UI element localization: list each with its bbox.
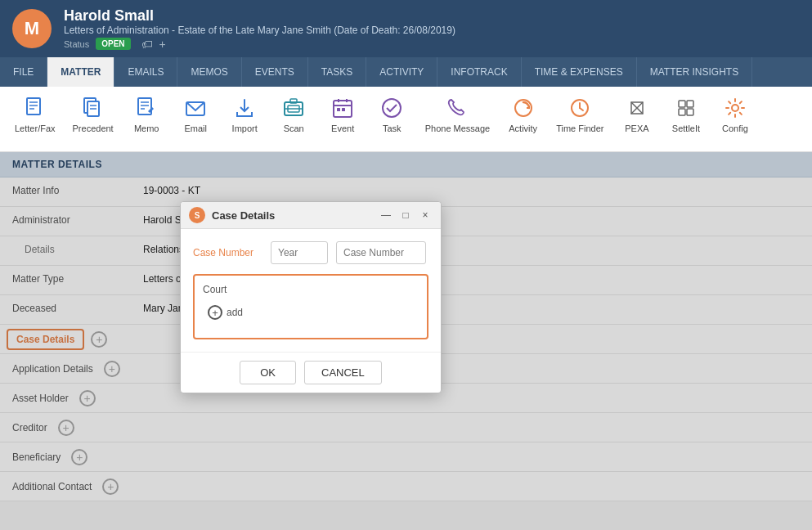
- modal-titlebar: S Case Details — □ ×: [181, 202, 441, 229]
- scan-icon: [280, 95, 307, 121]
- tab-emails[interactable]: EMAILS: [114, 57, 177, 87]
- toolbar-time-finder-label: Time Finder: [556, 124, 603, 134]
- case-number-section: Case Number: [193, 241, 428, 264]
- content-area: MATTER DETAILS Matter Info 19-0003 - KT …: [0, 152, 812, 530]
- letter-fax-icon: [22, 95, 48, 121]
- toolbar-letter-fax-label: Letter/Fax: [15, 124, 56, 133]
- tab-file[interactable]: FILE: [0, 57, 47, 87]
- pexa-icon: [624, 95, 650, 121]
- svg-rect-16: [290, 99, 297, 103]
- tab-matter[interactable]: MATTER: [47, 57, 114, 87]
- toolbar-activity-label: Activity: [509, 124, 537, 133]
- toolbar-pexa-label: PEXA: [625, 124, 648, 133]
- tab-tasks[interactable]: TASKS: [308, 57, 366, 87]
- toolbar-scan[interactable]: Scan: [271, 91, 316, 137]
- svg-rect-32: [679, 109, 685, 115]
- toolbar-activity[interactable]: Activity: [500, 91, 545, 137]
- import-icon: [231, 95, 258, 121]
- cancel-button[interactable]: CANCEL: [304, 361, 382, 384]
- toolbar-memo-label: Memo: [134, 124, 159, 133]
- toolbar-email[interactable]: Email: [173, 91, 218, 137]
- court-add-label: add: [227, 307, 243, 318]
- case-number-input[interactable]: [336, 241, 426, 264]
- modal-maximize-button[interactable]: □: [398, 208, 413, 222]
- email-icon: [182, 95, 209, 121]
- event-icon: [330, 95, 356, 121]
- svg-rect-31: [687, 101, 693, 107]
- toolbar: Letter/Fax Precedent Memo Email Import S…: [0, 87, 812, 152]
- toolbar-settleit[interactable]: SettleIt: [663, 91, 708, 137]
- court-add-button[interactable]: + add: [203, 302, 419, 323]
- svg-point-23: [383, 99, 401, 117]
- toolbar-phone-message-label: Phone Message: [425, 124, 491, 134]
- toolbar-event-label: Event: [331, 124, 354, 133]
- svg-rect-0: [27, 98, 40, 115]
- status-label: Status: [64, 39, 89, 49]
- memo-icon: [133, 95, 159, 121]
- svg-point-34: [732, 105, 738, 111]
- toolbar-phone-message[interactable]: Phone Message: [419, 91, 497, 138]
- solv-logo-icon: S: [189, 207, 205, 223]
- tab-activity[interactable]: ACTIVITY: [366, 57, 437, 87]
- toolbar-import-label: Import: [232, 124, 258, 133]
- svg-rect-21: [337, 108, 340, 111]
- toolbar-config[interactable]: Config: [712, 91, 757, 137]
- toolbar-scan-label: Scan: [284, 124, 304, 133]
- toolbar-import[interactable]: Import: [222, 91, 267, 137]
- header-icons: 🏷 +: [141, 38, 166, 51]
- toolbar-event[interactable]: Event: [321, 91, 366, 137]
- precedent-icon: [80, 95, 106, 121]
- year-input[interactable]: [271, 241, 328, 264]
- time-finder-icon: [567, 95, 593, 121]
- activity-icon: [510, 95, 536, 121]
- add-icon[interactable]: +: [159, 38, 166, 51]
- tab-infotrack[interactable]: INFOTRACK: [437, 57, 521, 87]
- status-bar: Status OPEN 🏷 +: [64, 38, 455, 51]
- tab-events[interactable]: EVENTS: [242, 57, 308, 87]
- modal-footer: OK CANCEL: [181, 352, 441, 393]
- svg-rect-30: [679, 101, 685, 107]
- ok-button[interactable]: OK: [240, 361, 296, 384]
- toolbar-settleit-label: SettleIt: [672, 124, 700, 133]
- tab-memos[interactable]: MEMOS: [177, 57, 241, 87]
- toolbar-email-label: Email: [184, 124, 207, 133]
- phone-message-icon: [444, 95, 470, 121]
- tab-matter-insights[interactable]: MATTER INSIGHTS: [637, 57, 752, 87]
- header-text: Harold Small Letters of Administration -…: [64, 7, 455, 51]
- modal-minimize-button[interactable]: —: [379, 208, 393, 222]
- svg-rect-22: [342, 108, 345, 111]
- court-section: Court + add: [193, 274, 428, 339]
- modal-controls: — □ ×: [379, 208, 433, 222]
- toolbar-config-label: Config: [722, 124, 748, 133]
- toolbar-task[interactable]: Task: [370, 91, 415, 137]
- toolbar-task-label: Task: [383, 124, 402, 133]
- court-add-circle-icon: +: [208, 305, 222, 320]
- toolbar-precedent-label: Precedent: [73, 124, 114, 133]
- svg-rect-33: [687, 109, 693, 115]
- matter-description: Letters of Administration - Estate of th…: [64, 25, 455, 36]
- case-number-label: Case Number: [193, 247, 262, 258]
- app-logo: M: [12, 9, 52, 48]
- modal-title-text: Case Details: [212, 209, 275, 222]
- toolbar-precedent[interactable]: Precedent: [66, 91, 120, 137]
- client-name: Harold Small: [64, 7, 455, 25]
- toolbar-memo[interactable]: Memo: [124, 91, 169, 137]
- config-icon: [722, 95, 748, 121]
- modal-title-left: S Case Details: [189, 207, 275, 223]
- app-header: M Harold Small Letters of Administration…: [0, 0, 812, 57]
- court-label: Court: [203, 284, 419, 295]
- toolbar-letter-fax[interactable]: Letter/Fax: [8, 91, 62, 137]
- modal-body: Case Number Court + add: [181, 229, 441, 352]
- case-details-modal: S Case Details — □ × Case Number: [180, 201, 442, 393]
- toolbar-time-finder[interactable]: Time Finder: [550, 91, 610, 138]
- navigation-tabs: FILE MATTER EMAILS MEMOS EVENTS TASKS AC…: [0, 57, 812, 87]
- tab-time-expenses[interactable]: TIME & EXPENSES: [522, 57, 637, 87]
- modal-close-button[interactable]: ×: [418, 208, 433, 222]
- task-icon: [379, 95, 405, 121]
- tag-icon[interactable]: 🏷: [141, 38, 153, 51]
- status-badge: OPEN: [96, 38, 130, 50]
- toolbar-pexa[interactable]: PEXA: [614, 91, 659, 137]
- svg-line-27: [580, 108, 583, 110]
- settleit-icon: [673, 95, 699, 121]
